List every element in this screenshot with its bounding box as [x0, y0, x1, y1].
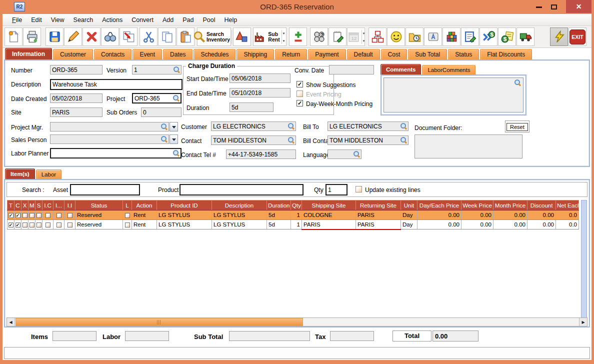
column-header-duration[interactable]: Duration	[267, 200, 291, 210]
product-input[interactable]	[180, 184, 304, 196]
ic-cell-checkbox[interactable]	[46, 213, 50, 218]
horizontal-scrollbar[interactable]: ◀ ▶	[6, 318, 588, 326]
s-cell-checkbox[interactable]	[36, 213, 42, 218]
column-header-shipping-site[interactable]: Shipping Site	[302, 200, 356, 210]
start-date-field[interactable]: 05/06/2018	[230, 74, 290, 83]
sub-orders-field[interactable]: 0	[141, 108, 182, 117]
save-button[interactable]	[46, 28, 64, 46]
paste-button[interactable]	[176, 28, 194, 46]
labor-planner-field[interactable]	[50, 148, 182, 158]
cell-c[interactable]: ✓	[14, 220, 22, 230]
cell-description[interactable]: LG STYLUS	[212, 220, 267, 230]
bill-contact-field[interactable]: TOM HIDDLESTON	[328, 136, 408, 145]
close-button[interactable]: ✕	[566, 0, 592, 13]
column-header-l[interactable]: L	[123, 200, 132, 210]
column-header-status[interactable]: Status	[76, 200, 123, 210]
sales-person-dropdown[interactable]	[170, 134, 178, 144]
tab-laborcomments[interactable]: LaborComments	[422, 65, 476, 74]
menu-search[interactable]: Search	[69, 14, 98, 26]
column-header-i-c[interactable]: I.C	[42, 200, 54, 210]
cell-i-c[interactable]	[42, 220, 54, 230]
customer-field[interactable]: LG ELECTRONICS	[211, 122, 296, 131]
tab-schedules[interactable]: Schedules	[194, 49, 236, 60]
update-existing-lines-checkbox[interactable]	[356, 186, 362, 192]
sub-rent-dropdown[interactable]: ▾▾	[282, 30, 285, 44]
cell-unit[interactable]: Day	[401, 220, 418, 230]
labor-planner-lookup-icon[interactable]	[172, 150, 179, 156]
x-cell-checkbox[interactable]	[22, 222, 28, 228]
tab-shipping[interactable]: Shipping	[236, 49, 274, 60]
t-cell-checkbox[interactable]: ✓	[8, 213, 14, 218]
cell-returning-site[interactable]: PARIS	[356, 210, 401, 220]
site-field[interactable]: PARIS	[50, 108, 102, 117]
new-document-button[interactable]	[4, 28, 22, 46]
bill-to-field[interactable]: LG ELECTRONICS	[328, 122, 408, 131]
cell-l[interactable]	[123, 220, 132, 230]
keyboard-key-button[interactable]	[424, 28, 442, 46]
calendar-dropdown[interactable]: ▾▾	[362, 30, 365, 44]
column-header-i-i[interactable]: I.I	[64, 200, 76, 210]
l-cell-checkbox[interactable]	[125, 213, 130, 218]
description-field[interactable]: Warehouse Task	[50, 79, 182, 90]
column-header-m[interactable]: M	[28, 200, 36, 210]
cell-c[interactable]: ✓	[14, 210, 22, 220]
cell-i-i[interactable]	[64, 220, 76, 230]
cell-i-i[interactable]	[64, 210, 76, 220]
table-row[interactable]: ✓✓ReservedRentLG STYLUSLG STYLUS5d1COLOG…	[8, 210, 579, 220]
cell-t[interactable]: ✓	[8, 210, 14, 220]
wizard-circles-button[interactable]: ?	[310, 28, 328, 46]
date-created-field[interactable]: 05/02/2018	[50, 94, 102, 103]
conv-date-field[interactable]	[329, 65, 374, 74]
column-header-description[interactable]: Description	[212, 200, 267, 210]
tab-item-s[interactable]: Item(s)	[5, 168, 35, 179]
org-chart-button[interactable]	[368, 28, 386, 46]
cubes-button[interactable]	[442, 28, 460, 46]
tab-labor[interactable]: Labor	[36, 170, 62, 179]
tab-status[interactable]: Status	[448, 49, 479, 60]
column-header-x[interactable]: X	[22, 200, 28, 210]
tab-sub-total[interactable]: Sub Total	[408, 49, 447, 60]
end-date-field[interactable]: 05/10/2018	[230, 88, 290, 98]
m-cell-checkbox[interactable]	[30, 213, 34, 218]
analysis-shapes-button[interactable]	[233, 28, 251, 46]
cell-unit[interactable]: Day	[401, 210, 418, 220]
vertical-scrollbar[interactable]	[581, 200, 587, 318]
comments-textarea[interactable]	[384, 78, 524, 112]
ii-cell-checkbox[interactable]	[68, 222, 72, 228]
reset-button[interactable]: Reset	[506, 123, 528, 131]
column-header-c[interactable]: C	[14, 200, 22, 210]
cell-m[interactable]	[28, 220, 36, 230]
column-header-month-price[interactable]: Month Price	[494, 200, 528, 210]
qty-input[interactable]: 1	[326, 184, 348, 196]
ic-cell-checkbox[interactable]	[46, 222, 50, 228]
cell-i-c[interactable]	[42, 210, 54, 220]
cell-net-each[interactable]: 0.0	[556, 220, 579, 230]
project-mgr-lookup-icon[interactable]	[160, 124, 167, 130]
cell-month-price[interactable]: 0.00	[494, 210, 528, 220]
cell-week-price[interactable]: 0.00	[462, 220, 494, 230]
customer-lookup-icon[interactable]	[288, 123, 294, 130]
lightning-button[interactable]	[550, 28, 568, 46]
document-folder-box[interactable]	[414, 134, 522, 158]
column-header-s[interactable]: S	[36, 200, 42, 210]
truck-button[interactable]	[516, 28, 534, 46]
idots-cell-checkbox[interactable]	[56, 213, 62, 218]
cell-x[interactable]	[22, 220, 28, 230]
cell-product-id[interactable]: LG STYLUS	[157, 210, 212, 220]
tab-payment[interactable]: Payment	[308, 49, 346, 60]
cell-action[interactable]: Rent	[132, 220, 157, 230]
column-header-i[interactable]: I...	[54, 200, 64, 210]
tab-default[interactable]: Default	[347, 49, 380, 60]
contact-tel-field[interactable]: +44-17-5349-1585	[226, 150, 296, 159]
menu-pad[interactable]: Pad	[178, 14, 198, 26]
menu-actions[interactable]: Actions	[98, 14, 127, 26]
menu-file[interactable]: File	[8, 14, 26, 26]
menu-pool[interactable]: Pool	[198, 14, 220, 26]
cell-duration[interactable]: 5d	[267, 210, 291, 220]
cell-m[interactable]	[28, 210, 36, 220]
print-button[interactable]	[23, 28, 41, 46]
smiley-button[interactable]	[387, 28, 405, 46]
edit-pencil-button[interactable]	[64, 28, 82, 46]
version-lookup-icon[interactable]	[173, 66, 180, 73]
dwm-pricing-checkbox[interactable]: ✓	[296, 100, 303, 106]
